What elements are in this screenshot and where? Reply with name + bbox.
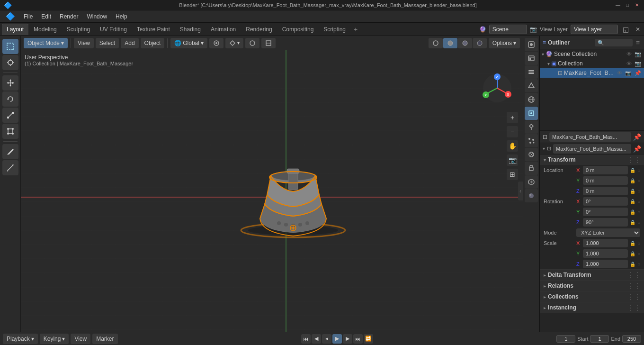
panel-collapse-button[interactable]: ‹	[518, 182, 523, 200]
wireframe-shading-button[interactable]	[429, 38, 443, 48]
playback-menu-button[interactable]: Playback ▾	[3, 334, 38, 344]
measure-tool-button[interactable]	[2, 160, 18, 175]
scene-collection-row[interactable]: ▾ 🔮 Scene Collection 👁 📷	[540, 49, 644, 59]
object-properties-button[interactable]	[525, 107, 538, 120]
scale-tool-button[interactable]	[2, 108, 18, 123]
transform-tool-button[interactable]	[2, 124, 18, 139]
tab-scripting[interactable]: Scripting	[319, 24, 350, 35]
object-menu-button[interactable]: Object	[141, 38, 165, 48]
scale-x-anim[interactable]: ○	[637, 241, 640, 246]
expand-icon[interactable]: ◱	[621, 26, 631, 33]
world-properties-button[interactable]	[525, 93, 538, 106]
solid-shading-button[interactable]	[443, 38, 457, 48]
scale-x-value[interactable]: 1.000	[583, 239, 628, 247]
viewport[interactable]: Object Mode ▾ View Select Add Object 🌐 G…	[21, 36, 523, 332]
tab-animation[interactable]: Animation	[206, 24, 241, 35]
scene-visibility-icon[interactable]: 👁	[626, 51, 633, 57]
menu-file[interactable]: File	[20, 12, 36, 21]
location-x-value[interactable]: 0 m	[583, 166, 628, 174]
tab-rendering[interactable]: Rendering	[241, 24, 277, 35]
modifier-properties-button[interactable]	[525, 120, 538, 134]
tab-layout[interactable]: Layout	[2, 24, 28, 35]
rotation-mode-select[interactable]: XYZ Euler XZY Euler YXZ Euler YZX Euler …	[576, 228, 640, 237]
render-properties-button[interactable]	[525, 38, 538, 51]
pin-icon[interactable]: 📌	[633, 133, 641, 141]
relations-header[interactable]: ▸ Relations ⋮⋮	[540, 281, 644, 291]
scale-y-value[interactable]: 1.000	[583, 249, 628, 258]
scene-render-icon[interactable]: 📷	[634, 51, 642, 57]
snap-button[interactable]: ▾	[225, 38, 243, 48]
cursor-tool-button[interactable]	[2, 55, 18, 70]
scale-z-value[interactable]: 1.000	[583, 260, 628, 268]
instancing-header[interactable]: ▸ Instancing ⋮⋮	[540, 302, 644, 313]
rotate-tool-button[interactable]	[2, 91, 18, 107]
camera-view-button[interactable]: 📷	[507, 154, 518, 166]
material-shading-button[interactable]	[458, 38, 472, 48]
rotation-x-anim[interactable]: ○	[637, 199, 640, 204]
loop-button[interactable]: 🔁	[364, 334, 373, 344]
proportional-edit-button[interactable]	[209, 38, 224, 48]
object-name-display[interactable]: MaxKare_Foot_Bath_Mas...	[549, 132, 631, 142]
scale-z-lock[interactable]: 🔒	[630, 262, 635, 267]
rotation-y-lock[interactable]: 🔒	[630, 209, 635, 215]
view-menu-button[interactable]: View	[74, 38, 94, 48]
zoom-out-button[interactable]: −	[507, 126, 518, 137]
tab-modeling[interactable]: Modeling	[29, 24, 62, 35]
mesh-name-display[interactable]: MaxKare_Foot_Bath_Massa...	[553, 144, 631, 154]
add-menu-button[interactable]: Add	[121, 38, 138, 48]
prev-frame-button[interactable]: ◀	[312, 334, 321, 344]
rotation-y-anim[interactable]: ○	[637, 209, 640, 215]
close-workspace-icon[interactable]: ✕	[634, 26, 642, 33]
rotation-x-lock[interactable]: 🔒	[630, 199, 635, 204]
location-z-value[interactable]: 0 m	[583, 187, 628, 195]
tab-shading[interactable]: Shading	[175, 24, 206, 35]
scale-z-anim[interactable]: ○	[637, 262, 640, 267]
constraints-properties-button[interactable]	[525, 162, 538, 175]
menu-render[interactable]: Render	[56, 12, 82, 21]
maximize-button[interactable]: □	[624, 2, 631, 9]
menu-help[interactable]: Help	[112, 12, 131, 21]
zoom-in-button[interactable]: +	[507, 112, 518, 123]
location-z-anim[interactable]: ○	[637, 189, 640, 194]
location-x-lock[interactable]: 🔒	[630, 168, 635, 173]
viewport-canvas[interactable]: User Perspective (1) Collection | MaxKar…	[21, 50, 523, 332]
play-rev-button[interactable]: ◂	[322, 334, 331, 344]
mesh-pin-icon[interactable]: 📌	[633, 145, 641, 153]
object-render-icon[interactable]: 📷	[624, 70, 633, 76]
rotation-z-anim[interactable]: ○	[637, 220, 640, 225]
collections-header[interactable]: ▸ Collections ⋮⋮	[540, 291, 644, 302]
pan-button[interactable]: ✋	[507, 140, 518, 152]
location-y-anim[interactable]: ○	[637, 178, 640, 183]
tab-sculpting[interactable]: Sculpting	[62, 24, 95, 35]
particles-properties-button[interactable]	[525, 134, 538, 147]
start-frame-input[interactable]	[590, 335, 609, 343]
jump-start-button[interactable]: ⏮	[301, 334, 311, 344]
select-tool-button[interactable]	[2, 39, 18, 54]
scale-x-lock[interactable]: 🔒	[630, 241, 635, 246]
end-frame-input[interactable]	[622, 335, 641, 343]
timeline-view-button[interactable]: View	[71, 334, 90, 344]
rotation-x-value[interactable]: 0°	[583, 197, 628, 206]
scene-properties-button[interactable]	[525, 79, 538, 92]
object-mode-selector[interactable]: Object Mode ▾	[24, 38, 68, 48]
tab-compositing[interactable]: Compositing	[277, 24, 319, 35]
transform-selector[interactable]: 🌐 Global ▾	[170, 38, 207, 48]
collection-visibility-icon[interactable]: 👁	[626, 61, 633, 67]
relations-menu[interactable]: ⋮⋮	[627, 281, 640, 291]
delta-transform-header[interactable]: ▸ Delta Transform ⋮⋮	[540, 270, 644, 280]
add-workspace-button[interactable]: +	[351, 25, 360, 34]
keying-menu-button[interactable]: Keying ▾	[40, 334, 69, 344]
location-x-anim[interactable]: ○	[637, 168, 640, 173]
render-shading-button[interactable]	[473, 38, 487, 48]
tab-texture-paint[interactable]: Texture Paint	[132, 24, 175, 35]
rotation-z-value[interactable]: 90°	[583, 218, 628, 227]
material-properties-button[interactable]	[525, 189, 538, 202]
location-y-value[interactable]: 0 m	[583, 176, 628, 185]
rotation-y-value[interactable]: 0°	[583, 208, 628, 216]
current-frame-input[interactable]	[556, 335, 575, 343]
marker-menu-button[interactable]: Marker	[92, 334, 117, 344]
jump-end-button[interactable]: ⏭	[353, 334, 363, 344]
view-layer-input[interactable]	[571, 25, 618, 34]
outliner-filter-icon[interactable]: ≡	[635, 39, 641, 46]
menu-blender[interactable]: 🔷	[2, 11, 19, 22]
